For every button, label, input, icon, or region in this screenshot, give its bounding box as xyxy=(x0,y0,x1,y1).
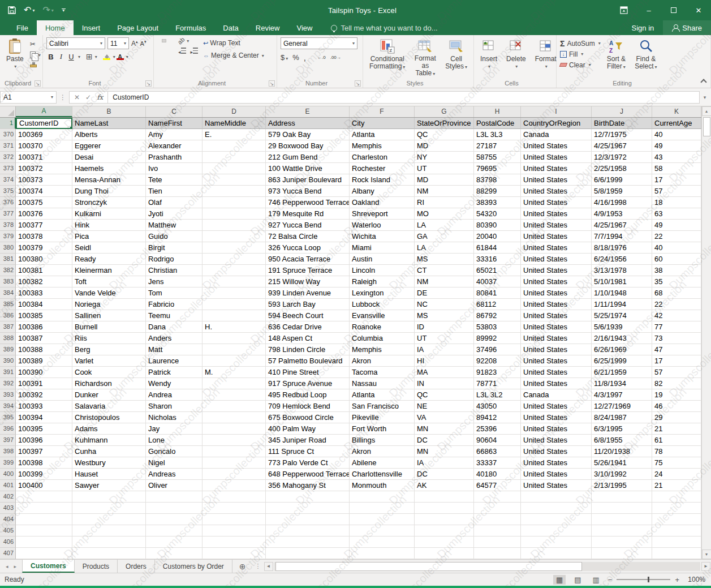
cell[interactable]: United States xyxy=(521,469,592,480)
cell[interactable] xyxy=(266,514,350,525)
row-header[interactable]: 391 xyxy=(0,367,16,378)
tab-formulas[interactable]: Formulas xyxy=(167,20,214,35)
cell[interactable]: Akron xyxy=(350,355,415,367)
row-header[interactable]: 387 xyxy=(0,321,16,333)
cell[interactable]: Pica xyxy=(72,231,146,242)
cell[interactable]: Jens xyxy=(146,276,202,287)
cell[interactable] xyxy=(202,220,266,231)
cell[interactable]: 111 Spruce Ct xyxy=(266,446,350,457)
cell[interactable] xyxy=(592,503,652,514)
cell[interactable]: Rodrigo xyxy=(146,254,202,265)
sheet-tab-customers[interactable]: Customers xyxy=(22,560,75,573)
cell[interactable] xyxy=(146,525,202,537)
cell[interactable]: 100391 xyxy=(16,378,72,389)
cell[interactable] xyxy=(474,548,521,559)
cell[interactable]: UT xyxy=(415,163,474,174)
cell[interactable]: 326 Yucca Loop xyxy=(266,242,350,254)
cell[interactable] xyxy=(202,491,266,503)
cell[interactable]: Hauset xyxy=(72,469,146,480)
cell[interactable]: MN xyxy=(415,446,474,457)
increase-font-button[interactable]: A▴ xyxy=(131,40,138,48)
cell[interactable] xyxy=(202,548,266,559)
cell[interactable]: Miami xyxy=(350,242,415,254)
cell[interactable]: 33337 xyxy=(474,457,521,469)
cell[interactable] xyxy=(415,537,474,548)
cell[interactable]: Nigel xyxy=(146,457,202,469)
cell[interactable]: United States xyxy=(521,208,592,220)
borders-dropdown-icon[interactable]: ▾ xyxy=(95,54,97,59)
cell[interactable] xyxy=(592,491,652,503)
row-header[interactable]: 397 xyxy=(0,435,16,446)
cell[interactable]: Prashanth xyxy=(146,152,202,163)
cell[interactable]: 100371 xyxy=(16,152,72,163)
expand-formula-bar-icon[interactable]: ▾ xyxy=(700,95,710,100)
zoom-in-button[interactable]: + xyxy=(675,576,679,584)
align-center-button[interactable] xyxy=(162,50,165,53)
cell[interactable] xyxy=(202,355,266,367)
tab-view[interactable]: View xyxy=(288,20,321,35)
cell[interactable]: 2/16/1943 xyxy=(592,333,652,344)
comma-style-button[interactable]: , xyxy=(304,53,306,62)
cell[interactable]: 40180 xyxy=(474,469,521,480)
cell[interactable]: Lexington xyxy=(350,287,415,299)
cell[interactable]: NM xyxy=(415,276,474,287)
cell[interactable] xyxy=(202,435,266,446)
cell[interactable] xyxy=(415,514,474,525)
cell[interactable]: 11/20/1938 xyxy=(592,446,652,457)
insert-function-icon[interactable]: fx xyxy=(97,93,103,101)
cell[interactable] xyxy=(474,537,521,548)
sort-filter-button[interactable]: AZ Sort & Filter▾ xyxy=(604,37,628,79)
column-header-I[interactable]: I xyxy=(521,106,592,117)
cell[interactable]: Charleston xyxy=(350,152,415,163)
cell[interactable]: Ivo xyxy=(146,163,202,174)
cell[interactable]: 100379 xyxy=(16,242,72,254)
undo-button[interactable]: ↶▾ xyxy=(24,6,35,15)
cell[interactable]: 100399 xyxy=(16,469,72,480)
cell[interactable] xyxy=(350,525,415,537)
cell[interactable]: 57 Palmetto Boulevard xyxy=(266,355,350,367)
cell[interactable]: AK xyxy=(415,480,474,491)
cell[interactable]: Wichita xyxy=(350,231,415,242)
cell[interactable]: 100390 xyxy=(16,367,72,378)
cell[interactable] xyxy=(415,525,474,537)
cell[interactable]: Christian xyxy=(146,265,202,276)
cell[interactable]: 100373 xyxy=(16,174,72,186)
cell[interactable]: 17 xyxy=(652,174,701,186)
row-header[interactable]: 372 xyxy=(0,152,16,163)
page-break-view-button[interactable]: ▥ xyxy=(590,575,602,585)
cell[interactable]: Laurence xyxy=(146,355,202,367)
cell[interactable]: 4/25/1967 xyxy=(592,220,652,231)
cell[interactable] xyxy=(72,514,146,525)
cell[interactable]: NameFirst xyxy=(146,118,202,129)
cell[interactable]: GA xyxy=(415,231,474,242)
cell[interactable] xyxy=(16,548,72,559)
cell[interactable] xyxy=(652,503,701,514)
cell[interactable] xyxy=(202,480,266,491)
cell[interactable] xyxy=(474,503,521,514)
cell[interactable]: Nicholas xyxy=(146,412,202,423)
cell[interactable] xyxy=(202,140,266,152)
cell[interactable]: MD xyxy=(415,174,474,186)
cell[interactable] xyxy=(202,276,266,287)
cell[interactable]: 100376 xyxy=(16,208,72,220)
cell[interactable] xyxy=(202,469,266,480)
cell[interactable] xyxy=(72,548,146,559)
tab-data[interactable]: Data xyxy=(214,20,247,35)
cell[interactable]: Noriega xyxy=(72,299,146,310)
cell[interactable]: 917 Spruce Avenue xyxy=(266,378,350,389)
cell[interactable]: MS xyxy=(415,254,474,265)
cell[interactable]: 746 Pepperwood Terrace xyxy=(266,197,350,208)
cell[interactable]: Akron xyxy=(350,446,415,457)
cell[interactable]: 100396 xyxy=(16,435,72,446)
cell[interactable]: 29 xyxy=(652,412,701,423)
cell[interactable]: 6/6/1999 xyxy=(592,174,652,186)
cell[interactable] xyxy=(652,548,701,559)
merge-center-button[interactable]: ⇔ Merge & Center ▾ xyxy=(203,51,264,60)
row-header[interactable]: 389 xyxy=(0,344,16,355)
tab-home[interactable]: Home xyxy=(37,20,74,35)
row-header[interactable]: 399 xyxy=(0,457,16,469)
cell[interactable] xyxy=(202,231,266,242)
cell[interactable] xyxy=(521,514,592,525)
cell[interactable]: 215 Willow Way xyxy=(266,276,350,287)
cell[interactable]: PostalCode xyxy=(474,118,521,129)
